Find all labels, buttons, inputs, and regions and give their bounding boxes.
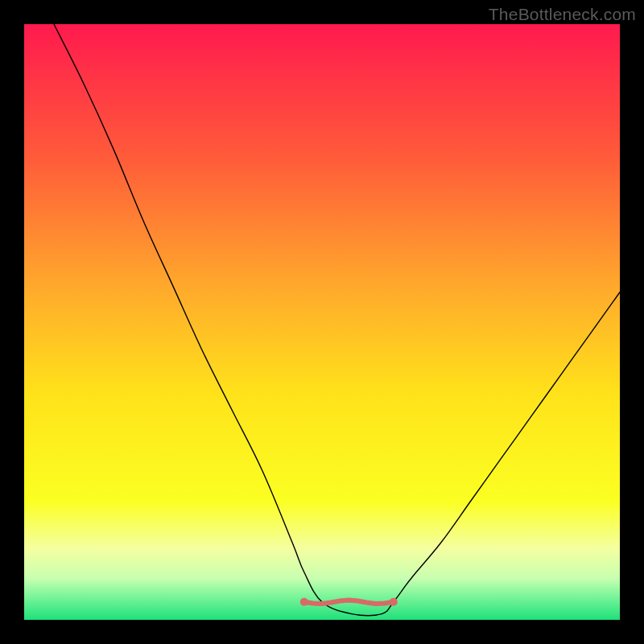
chart-frame: TheBottleneck.com [0, 0, 644, 644]
optimal-zone-endpoint-right [390, 598, 398, 606]
chart-svg [24, 24, 620, 620]
watermark-text: TheBottleneck.com [489, 5, 636, 24]
plot-area [24, 24, 620, 620]
gradient-background [24, 24, 620, 620]
optimal-zone-endpoint-left [300, 598, 308, 606]
